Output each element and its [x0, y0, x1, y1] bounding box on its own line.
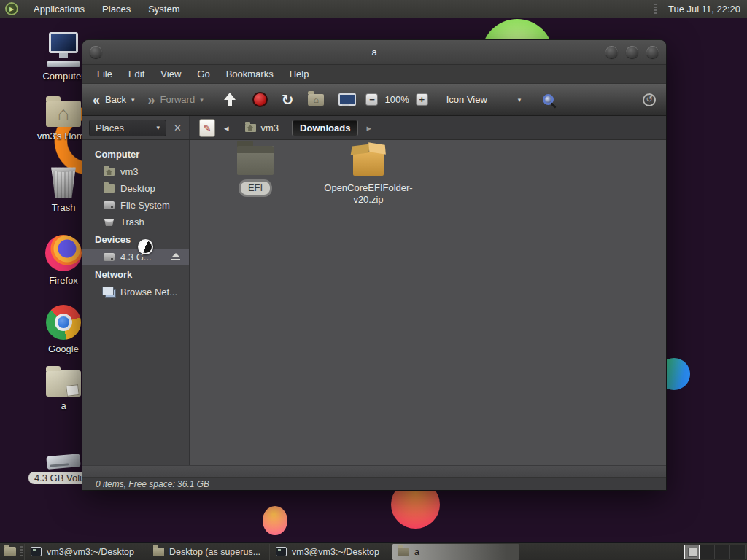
forward-button[interactable]: » Forward ▾	[147, 93, 203, 106]
sidebar-item-label: Desktop	[120, 183, 155, 194]
breadcrumb-scroll-right-icon[interactable]: ▸	[364, 122, 374, 133]
workspace-3[interactable]	[715, 545, 730, 559]
folder-icon	[237, 146, 274, 175]
taskbar-task-terminal-2[interactable]: vm3@vm3:~/Desktop	[269, 544, 392, 560]
clock[interactable]: Tue Jul 11, 22:20	[662, 4, 747, 15]
desktop-icon-label: Google	[48, 343, 79, 354]
workspace-switcher	[684, 545, 746, 559]
terminal-icon	[276, 547, 287, 556]
search-icon[interactable]	[543, 94, 554, 105]
up-icon[interactable]	[224, 93, 236, 107]
menu-go[interactable]: Go	[189, 66, 217, 82]
sidebar-close-icon[interactable]: ✕	[171, 122, 184, 133]
stop-icon[interactable]	[252, 92, 268, 107]
home-icon	[245, 124, 256, 132]
folder-icon	[46, 370, 81, 397]
forward-icon: »	[147, 93, 155, 106]
location-bar: Places ▾ ✕ ✎ ◂ vm3 Downloads ▸	[82, 116, 666, 140]
busy-cursor-icon	[138, 239, 153, 254]
back-label: Back	[105, 94, 126, 105]
menu-system[interactable]: System	[139, 0, 188, 18]
sidebar-item-label: File System	[120, 200, 170, 211]
menu-bookmarks[interactable]: Bookmarks	[218, 66, 282, 82]
computer-icon	[47, 32, 80, 67]
sidebar-item-volume[interactable]: 4.3 G...	[82, 249, 189, 265]
status-bar: 0 items, Free space: 36.1 GB	[82, 477, 666, 490]
desktop-icon-label: Firefox	[49, 275, 78, 286]
menubar: File Edit View Go Bookmarks Help	[82, 65, 666, 84]
sidebar-section-computer: Computer	[82, 145, 189, 163]
sidebar-item-label: vm3	[120, 166, 139, 177]
folder-icon	[398, 548, 409, 556]
sidebar-mode-select[interactable]: Places ▾	[89, 120, 166, 136]
chrome-icon	[46, 305, 81, 340]
breadcrumb: ✎ ◂ vm3 Downloads ▸	[190, 116, 666, 139]
sidebar-item-vm3[interactable]: vm3	[82, 163, 189, 180]
home-folder-icon[interactable]: ⌂	[308, 94, 324, 106]
sidebar-mode-label: Places	[96, 122, 124, 133]
chevron-down-icon: ▾	[157, 124, 160, 131]
sidebar-item-label: Browse Net...	[120, 287, 177, 298]
wallpaper-orange-small-circle	[263, 506, 287, 535]
panel-grip	[654, 4, 657, 14]
menu-applications[interactable]: Applications	[25, 0, 93, 18]
file-item-efi[interactable]: EFI	[212, 146, 299, 195]
menu-edit[interactable]: Edit	[120, 66, 152, 82]
folder-icon	[104, 184, 115, 192]
trash-icon	[104, 218, 115, 226]
forward-label: Forward	[160, 94, 195, 105]
taskbar-task-terminal-1[interactable]: vm3@vm3:~/Desktop	[24, 544, 147, 560]
titlebar[interactable]: a	[82, 40, 666, 65]
terminal-icon	[31, 547, 42, 556]
desktop-icon	[4, 547, 16, 556]
zoom-out-button[interactable]: −	[365, 93, 378, 106]
file-item-opencore-zip[interactable]: OpenCoreEFIFolder-v20.zip	[306, 143, 430, 206]
disk-icon	[104, 253, 115, 261]
archive-icon	[353, 152, 384, 176]
view-mode-label: Icon View	[446, 94, 487, 105]
breadcrumb-scroll-left-icon[interactable]: ◂	[222, 122, 231, 133]
menu-file[interactable]: File	[89, 66, 120, 82]
sidebar-item-browse-network[interactable]: Browse Net...	[82, 284, 189, 300]
desktop-icon-label: a	[61, 400, 66, 411]
location-edit-button[interactable]: ✎	[199, 119, 215, 137]
menu-view[interactable]: View	[152, 66, 189, 82]
view-mode-select[interactable]: Icon View ▾	[441, 90, 527, 109]
task-label: a	[414, 547, 419, 557]
menu-places[interactable]: Places	[93, 0, 139, 18]
throbber-icon: ↺	[643, 93, 656, 106]
file-name: EFI	[241, 182, 270, 195]
breadcrumb-label: Downloads	[300, 122, 350, 133]
sidebar-item-file-system[interactable]: File System	[82, 197, 189, 214]
task-label: vm3@vm3:~/Desktop	[292, 547, 379, 557]
task-label: Desktop (as superus...	[169, 547, 260, 557]
trash-icon	[50, 165, 77, 198]
sidebar-section-network: Network	[82, 265, 189, 284]
sidebar-item-desktop[interactable]: Desktop	[82, 180, 189, 197]
sidebar-item-trash[interactable]: Trash	[82, 214, 189, 230]
desktop-icon-label: Trash	[52, 202, 76, 213]
breadcrumb-item-vm3[interactable]: vm3	[238, 120, 287, 136]
places-sidebar: Computer vm3 Desktop File System Trash D…	[82, 140, 190, 465]
workspace-2[interactable]	[700, 545, 715, 559]
eject-icon[interactable]	[171, 253, 181, 261]
file-view[interactable]: EFI OpenCoreEFIFolder-v20.zip	[190, 140, 666, 465]
zoom-in-button[interactable]: +	[416, 93, 428, 106]
computer-icon[interactable]	[338, 93, 353, 106]
show-desktop-button[interactable]	[0, 543, 19, 560]
menu-help[interactable]: Help	[282, 66, 317, 82]
pencil-icon: ✎	[204, 123, 212, 133]
forward-dropdown-icon[interactable]: ▾	[200, 96, 204, 104]
workspace-1[interactable]	[684, 545, 700, 559]
breadcrumb-item-downloads[interactable]: Downloads	[293, 120, 357, 136]
toolbar: « Back ▾ » Forward ▾ ↻ ⌂ − 100% + Icon V…	[82, 84, 666, 116]
workspace-4[interactable]	[730, 545, 746, 559]
back-dropdown-icon[interactable]: ▾	[131, 96, 135, 104]
taskbar-task-file-manager-a[interactable]: a	[392, 544, 519, 560]
taskbar-task-desktop-superuser[interactable]: Desktop (as superus...	[147, 544, 269, 560]
distro-menu-icon[interactable]: ▶	[5, 2, 18, 15]
refresh-icon[interactable]: ↻	[282, 93, 294, 107]
back-button[interactable]: « Back ▾	[93, 93, 134, 106]
chevron-down-icon: ▾	[518, 96, 522, 104]
sidebar-item-label: Trash	[120, 217, 144, 228]
